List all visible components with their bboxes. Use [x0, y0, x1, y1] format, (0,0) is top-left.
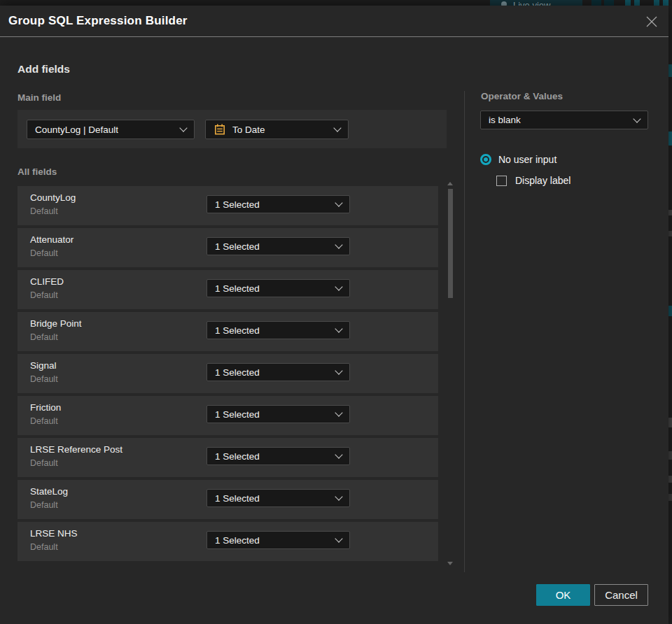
- group-sql-expression-builder-dialog: Group SQL Expression Builder Add fields …: [0, 6, 668, 624]
- field-row: Bridge Point Default 1 Selected: [18, 312, 438, 351]
- field-selected-dropdown[interactable]: 1 Selected: [206, 237, 350, 255]
- field-name: StateLog: [30, 486, 68, 497]
- background-fragment: [668, 476, 672, 483]
- selected-count-text: 1 Selected: [215, 283, 260, 294]
- chevron-down-icon: [335, 451, 342, 458]
- background-fragment: [668, 306, 672, 316]
- field-name: LRSE NHS: [30, 528, 78, 539]
- main-field-label: Main field: [18, 92, 61, 103]
- background-fragment: [668, 494, 672, 501]
- background-bars-icon: [625, 0, 631, 6]
- background-icon-fragment: [592, 0, 601, 6]
- selected-count-text: 1 Selected: [215, 367, 260, 378]
- field-name: Bridge Point: [30, 318, 82, 329]
- chevron-down-icon: [335, 367, 342, 374]
- chevron-down-icon: [335, 325, 342, 332]
- field-selected-dropdown[interactable]: 1 Selected: [206, 531, 350, 549]
- field-subtitle: Default: [30, 542, 58, 552]
- field-subtitle: Default: [30, 374, 58, 384]
- chevron-down-icon: [335, 409, 342, 416]
- chevron-down-icon: [333, 124, 341, 132]
- field-subtitle: Default: [30, 248, 58, 258]
- background-app-right-edge: [668, 6, 672, 624]
- background-bars-icon: [654, 0, 659, 6]
- close-icon: [645, 15, 658, 28]
- field-name: Signal: [30, 360, 57, 371]
- field-subtitle: Default: [30, 500, 58, 510]
- selected-count-text: 1 Selected: [215, 325, 260, 336]
- checkbox-unchecked-icon: [496, 176, 507, 186]
- scrollbar-thumb[interactable]: [448, 189, 453, 298]
- display-label-checkbox[interactable]: Display label: [496, 175, 570, 186]
- panel-divider: [464, 91, 465, 572]
- field-row: Attenuator Default 1 Selected: [18, 228, 438, 267]
- selected-count-text: 1 Selected: [215, 241, 260, 252]
- no-user-input-radio[interactable]: No user input: [480, 154, 556, 165]
- dialog-header: Group SQL Expression Builder: [0, 6, 668, 37]
- field-subtitle: Default: [30, 332, 58, 342]
- field-name: Attenuator: [30, 234, 74, 245]
- background-fragment: [668, 418, 672, 427]
- background-fragment: [668, 451, 672, 460]
- main-field-type-dropdown[interactable]: To Date: [205, 120, 349, 139]
- main-field-source-value: CountyLog | Default: [35, 125, 118, 135]
- background-fragment: [668, 231, 672, 236]
- field-row: CountyLog Default 1 Selected: [18, 186, 438, 225]
- field-subtitle: Default: [30, 290, 58, 300]
- scroll-up-arrow-icon[interactable]: [447, 182, 453, 185]
- field-name: CLIFED: [30, 276, 64, 287]
- live-view-toggle[interactable]: Live view: [490, 0, 582, 6]
- field-row: Signal Default 1 Selected: [18, 354, 438, 393]
- background-fragment: [668, 132, 672, 146]
- background-icon-fragment: [604, 0, 614, 6]
- operator-value: is blank: [489, 115, 521, 125]
- ok-button[interactable]: OK: [536, 584, 590, 606]
- list-scrollbar[interactable]: [445, 180, 455, 567]
- field-selected-dropdown[interactable]: 1 Selected: [206, 279, 350, 297]
- field-selected-dropdown[interactable]: 1 Selected: [206, 321, 350, 339]
- scroll-down-arrow-icon[interactable]: [447, 562, 453, 565]
- add-fields-heading: Add fields: [18, 63, 70, 76]
- selected-count-text: 1 Selected: [215, 451, 260, 462]
- chevron-down-icon: [633, 115, 640, 122]
- field-selected-dropdown[interactable]: 1 Selected: [206, 489, 350, 507]
- field-row: StateLog Default 1 Selected: [18, 480, 438, 519]
- field-name: LRSE Reference Post: [30, 444, 122, 455]
- live-view-label: Live view: [513, 0, 550, 6]
- field-row: LRSE Reference Post Default 1 Selected: [18, 438, 438, 477]
- chevron-down-icon: [335, 283, 342, 290]
- close-button[interactable]: [645, 15, 659, 29]
- field-selected-dropdown[interactable]: 1 Selected: [206, 195, 350, 213]
- field-row: CLIFED Default 1 Selected: [18, 270, 438, 309]
- operator-dropdown[interactable]: is blank: [480, 111, 648, 129]
- selected-count-text: 1 Selected: [215, 535, 260, 546]
- field-name: CountyLog: [30, 192, 76, 203]
- field-selected-dropdown[interactable]: 1 Selected: [206, 405, 350, 423]
- chevron-down-icon: [335, 199, 342, 206]
- main-field-type-value: To Date: [232, 125, 265, 135]
- main-field-source-dropdown[interactable]: CountyLog | Default: [27, 120, 195, 139]
- background-fragment: [668, 64, 672, 77]
- chevron-down-icon: [179, 124, 187, 132]
- operator-values-label: Operator & Values: [481, 91, 563, 101]
- all-fields-label: All fields: [18, 166, 57, 177]
- all-fields-list: CountyLog Default 1 Selected Attenuator …: [18, 186, 438, 564]
- chevron-down-icon: [335, 492, 342, 500]
- selected-count-text: 1 Selected: [215, 199, 260, 210]
- background-bars-icon: [663, 0, 668, 6]
- background-app-topbar: Live view: [0, 0, 672, 6]
- field-selected-dropdown[interactable]: 1 Selected: [206, 447, 350, 465]
- field-subtitle: Default: [30, 458, 58, 468]
- calendar-date-icon: [214, 123, 226, 136]
- background-bars-icon: [634, 0, 640, 6]
- field-subtitle: Default: [30, 416, 58, 426]
- dialog-title: Group SQL Expression Builder: [8, 14, 188, 28]
- cancel-button[interactable]: Cancel: [594, 584, 648, 606]
- field-subtitle: Default: [30, 206, 58, 216]
- field-row: Friction Default 1 Selected: [18, 396, 438, 435]
- chevron-down-icon: [335, 534, 342, 542]
- main-field-bar: CountyLog | Default To Date: [18, 110, 447, 148]
- field-selected-dropdown[interactable]: 1 Selected: [206, 363, 350, 381]
- background-fragment: [668, 210, 672, 215]
- field-row: LRSE NHS Default 1 Selected: [18, 522, 438, 561]
